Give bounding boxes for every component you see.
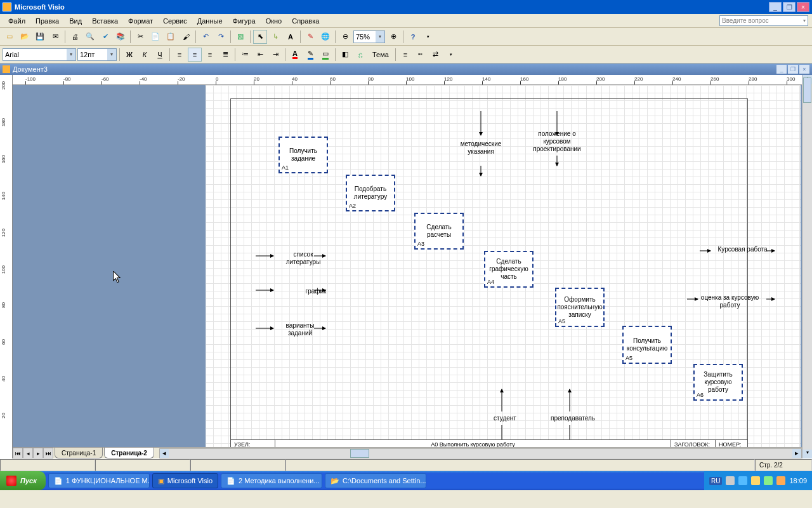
research-button[interactable]: 📚 bbox=[114, 30, 128, 44]
tab-page-1[interactable]: Страница-1 bbox=[55, 448, 103, 458]
text-tool-button[interactable]: A bbox=[284, 30, 298, 44]
pointer-tool-button[interactable]: ⬉ bbox=[253, 30, 267, 44]
page-tabs-bar: ⏮ ◂ ▸ ⏭ Страница-1 Страница-2 ◂ ▸ bbox=[13, 447, 802, 458]
drawing-page[interactable]: Получить заданиеA1Подобрать литературуA2… bbox=[206, 85, 801, 447]
taskbar-item[interactable]: ▣Microsoft Visio bbox=[152, 473, 218, 488]
doc-minimize-button[interactable]: _ bbox=[776, 65, 787, 74]
undo-button[interactable]: ↶ bbox=[199, 30, 213, 44]
theme-button[interactable]: Тема bbox=[369, 48, 393, 62]
horizontal-scrollbar[interactable]: ◂ ▸ bbox=[159, 448, 802, 458]
window-titlebar: Microsoft Visio _ ❐ × bbox=[0, 0, 812, 14]
restore-button[interactable]: ❐ bbox=[783, 2, 796, 12]
font-combo[interactable]: Arial▾ bbox=[3, 48, 76, 61]
shapes-button[interactable]: ▧ bbox=[233, 30, 247, 44]
standard-toolbar: ▭ 📂 💾 ✉ 🖨 🔍 ✔ 📚 ✂ 📄 📋 🖌 ↶ ↷ ▧ ⬉ ↳ A ✎ 🌐 … bbox=[0, 28, 812, 46]
bold-button[interactable]: Ж bbox=[122, 48, 136, 62]
preview-button[interactable]: 🔍 bbox=[83, 30, 97, 44]
page-footer: УЗЕЛ: А0 Выполнить курсовую работу ЗАГОЛ… bbox=[230, 439, 748, 447]
cut-button[interactable]: ✂ bbox=[133, 30, 147, 44]
system-tray: RU 18:09 bbox=[704, 471, 812, 490]
underline-button[interactable]: Ч bbox=[153, 48, 167, 62]
menu-tools[interactable]: Сервис bbox=[159, 16, 192, 26]
doc-restore-button[interactable]: ❐ bbox=[788, 65, 798, 74]
toolbar-options-button-2[interactable]: ▾ bbox=[444, 48, 458, 62]
tab-nav-last[interactable]: ⏭ bbox=[43, 448, 53, 458]
menu-format[interactable]: Формат bbox=[124, 16, 157, 26]
line-ends-button[interactable]: ⇄ bbox=[429, 48, 443, 62]
vertical-ruler: 20018016014012010080604020 bbox=[0, 75, 13, 458]
tray-icon[interactable] bbox=[751, 476, 760, 485]
document-header: Документ3 _ ❐ × bbox=[0, 64, 812, 75]
start-icon bbox=[6, 476, 16, 486]
italic-button[interactable]: К bbox=[138, 48, 152, 62]
tab-nav-first[interactable]: ⏮ bbox=[13, 448, 23, 458]
new-button[interactable]: ▭ bbox=[3, 30, 16, 44]
close-button[interactable]: × bbox=[797, 2, 809, 12]
taskbar-item[interactable]: 📂C:\Documents and Settin... bbox=[325, 473, 426, 488]
line-pattern-button[interactable]: ┉ bbox=[414, 48, 428, 62]
help-button[interactable]: ? bbox=[406, 30, 420, 44]
increase-indent-button[interactable]: ⇥ bbox=[268, 48, 282, 62]
shadow-button[interactable]: ◧ bbox=[338, 48, 352, 62]
menu-view[interactable]: Вид bbox=[65, 16, 86, 26]
fill-color-button[interactable]: ▭ bbox=[318, 48, 332, 62]
align-center-button[interactable]: ≡ bbox=[188, 48, 202, 62]
toolbar-options-button[interactable]: ▾ bbox=[421, 30, 435, 44]
help-search-input[interactable]: Введите вопрос▾ bbox=[719, 15, 808, 26]
open-button[interactable]: 📂 bbox=[18, 30, 32, 44]
spellcheck-button[interactable]: ✔ bbox=[98, 30, 112, 44]
tray-icon[interactable] bbox=[738, 476, 747, 485]
autoconnect-button[interactable]: ⎌ bbox=[353, 48, 367, 62]
copy-button[interactable]: 📄 bbox=[148, 30, 162, 44]
zoom-in-button[interactable]: ⊕ bbox=[386, 30, 400, 44]
status-bar: Стр. 2/2 bbox=[0, 458, 812, 471]
format-painter-button[interactable]: 🖌 bbox=[179, 30, 193, 44]
zoom-combo[interactable]: 75%▾ bbox=[353, 30, 385, 43]
status-cell-3 bbox=[190, 459, 285, 471]
mail-button[interactable]: ✉ bbox=[48, 30, 62, 44]
taskbar-item[interactable]: 📄2 Методика выполнени... bbox=[221, 473, 322, 488]
font-color-button[interactable]: A bbox=[288, 48, 302, 62]
menu-edit[interactable]: Правка bbox=[31, 16, 63, 26]
vertical-scrollbar[interactable]: ▴ ▾ bbox=[802, 75, 812, 458]
status-page: Стр. 2/2 bbox=[755, 459, 812, 471]
menu-window[interactable]: Окно bbox=[261, 16, 287, 26]
print-button[interactable]: 🖨 bbox=[68, 30, 82, 44]
ink-button[interactable]: ✎ bbox=[303, 30, 317, 44]
zoom-out-button[interactable]: ⊖ bbox=[338, 30, 352, 44]
bullets-button[interactable]: ≔ bbox=[238, 48, 252, 62]
menu-data[interactable]: Данные bbox=[193, 16, 227, 26]
tray-icon[interactable] bbox=[726, 476, 735, 485]
save-button[interactable]: 💾 bbox=[33, 30, 47, 44]
tray-icon[interactable] bbox=[776, 476, 785, 485]
align-justify-button[interactable]: ≣ bbox=[218, 48, 232, 62]
zoom-value: 75% bbox=[356, 33, 370, 41]
hyperlink-button[interactable]: 🌐 bbox=[318, 30, 332, 44]
doc-close-button[interactable]: × bbox=[799, 65, 809, 74]
decrease-indent-button[interactable]: ⇤ bbox=[253, 48, 267, 62]
minimize-button[interactable]: _ bbox=[769, 2, 782, 12]
tab-page-2[interactable]: Страница-2 bbox=[104, 448, 154, 458]
menu-shape[interactable]: Фигура bbox=[228, 16, 260, 26]
lang-indicator[interactable]: RU bbox=[709, 477, 722, 485]
tab-nav-prev[interactable]: ◂ bbox=[23, 448, 33, 458]
canvas[interactable]: Получить заданиеA1Подобрать литературуA2… bbox=[13, 85, 802, 447]
taskbar-item[interactable]: 📄1 ФУНКЦИОНАЛЬНОЕ М... bbox=[48, 473, 150, 488]
menu-insert[interactable]: Вставка bbox=[88, 16, 122, 26]
footer-node: УЗЕЛ: bbox=[231, 440, 275, 447]
window-title: Microsoft Visio bbox=[15, 3, 769, 11]
connector-tool-button[interactable]: ↳ bbox=[268, 30, 282, 44]
tray-icon[interactable] bbox=[764, 476, 773, 485]
font-size-combo[interactable]: 12пт▾ bbox=[77, 48, 117, 61]
tab-nav-next[interactable]: ▸ bbox=[33, 448, 43, 458]
line-style-button[interactable]: ≡ bbox=[398, 48, 412, 62]
document-title: Документ3 bbox=[13, 65, 48, 73]
align-left-button[interactable]: ≡ bbox=[173, 48, 187, 62]
menu-help[interactable]: Справка bbox=[287, 16, 324, 26]
redo-button[interactable]: ↷ bbox=[214, 30, 228, 44]
paste-button[interactable]: 📋 bbox=[164, 30, 178, 44]
line-color-button[interactable]: ✎ bbox=[303, 48, 317, 62]
menu-file[interactable]: Файл bbox=[4, 16, 30, 26]
start-button[interactable]: Пуск bbox=[0, 471, 46, 490]
align-right-button[interactable]: ≡ bbox=[203, 48, 217, 62]
